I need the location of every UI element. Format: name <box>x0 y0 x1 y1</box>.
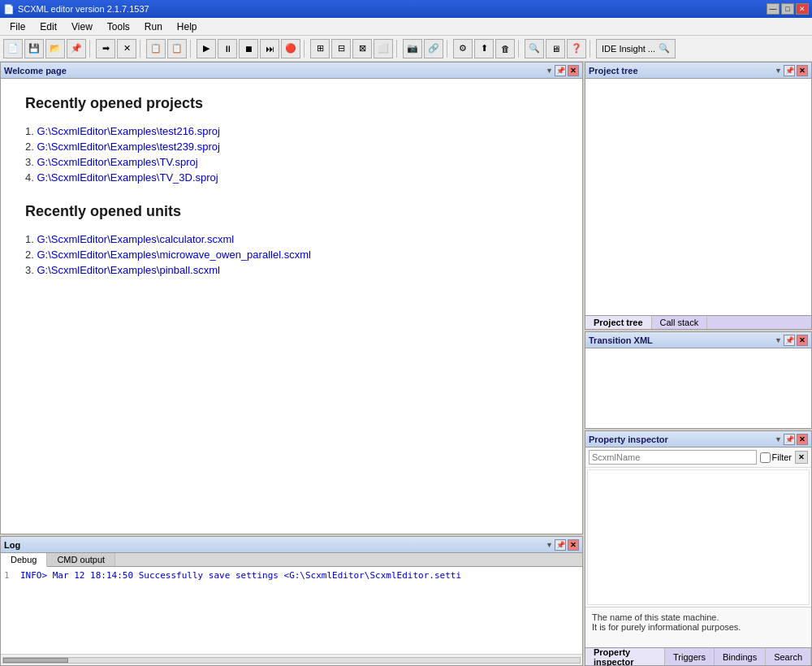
toolbar-zoom[interactable]: 🔍 <box>525 39 544 58</box>
toolbar-stop[interactable]: ⏹ <box>239 39 258 58</box>
property-description-line-1: The name of this state machine. <box>592 612 805 622</box>
welcome-panel-close[interactable]: ✕ <box>568 65 579 76</box>
filter-label: Filter <box>772 452 792 462</box>
project-tree-pin[interactable]: 📌 <box>784 65 795 76</box>
property-inspector-dropdown[interactable]: ▼ <box>775 435 782 443</box>
toolbar-camera[interactable]: 📷 <box>403 39 422 58</box>
list-item: 2. G:\ScxmlEditor\Examples\test239.sproj <box>25 141 558 153</box>
toolbar-display[interactable]: 🖥 <box>546 39 565 58</box>
scrollbar-track[interactable] <box>2 657 581 664</box>
toolbar-new[interactable]: 📄 <box>3 39 23 58</box>
transition-xml-close[interactable]: ✕ <box>797 335 808 346</box>
property-search-input[interactable] <box>589 450 757 465</box>
toolbar-layout4[interactable]: ⬜ <box>374 39 393 58</box>
transition-xml-title: Transition XML <box>589 335 653 345</box>
project-link-4[interactable]: G:\ScxmlEditor\Examples\TV_3D.sproj <box>37 171 218 184</box>
toolbar-settings[interactable]: ⚙ <box>453 39 473 58</box>
toolbar-trash[interactable]: 🗑 <box>495 39 515 58</box>
left-area: Welcome page ▼ 📌 ✕ Recently opened proje… <box>0 62 583 666</box>
project-link-3[interactable]: G:\ScxmlEditor\Examples\TV.sproj <box>37 156 197 168</box>
toolbar-record[interactable]: 🔴 <box>281 39 300 58</box>
welcome-panel-controls: ▼ 📌 ✕ <box>546 65 579 76</box>
toolbar-pause[interactable]: ⏸ <box>218 39 237 58</box>
toolbar-up[interactable]: ⬆ <box>474 39 494 58</box>
log-dropdown-arrow[interactable]: ▼ <box>546 541 553 549</box>
log-panel-pin[interactable]: 📌 <box>555 539 566 551</box>
tab-debug[interactable]: Debug <box>1 553 47 567</box>
menu-edit[interactable]: Edit <box>33 19 63 34</box>
tab-triggers[interactable]: Triggers <box>665 648 715 665</box>
toolbar-pin[interactable]: 📌 <box>67 39 86 58</box>
property-grid <box>587 469 810 605</box>
scrollbar-thumb[interactable] <box>3 658 68 663</box>
toolbar: 📄 💾 📂 📌 ➡ ✕ 📋 📋 ▶ ⏸ ⏹ ⏭ 🔴 ⊞ ⊟ ⊠ ⬜ 📷 🔗 ⚙ … <box>0 36 812 62</box>
menu-file[interactable]: File <box>3 19 32 34</box>
welcome-panel-header: Welcome page ▼ 📌 ✕ <box>1 63 582 79</box>
log-panel-close[interactable]: ✕ <box>568 539 579 551</box>
toolbar-layout1[interactable]: ⊞ <box>310 39 330 58</box>
close-button[interactable]: ✕ <box>796 3 809 15</box>
tab-bindings[interactable]: Bindings <box>715 648 766 665</box>
unit-link-3[interactable]: G:\ScxmlEditor\Examples\pinball.scxml <box>37 264 219 276</box>
maximize-button[interactable]: □ <box>781 3 794 15</box>
list-num: 3. <box>25 264 37 276</box>
property-inspector-header: Property inspector ▼ 📌 ✕ <box>585 431 811 448</box>
list-num: 4. <box>25 171 37 184</box>
filter-clear-button[interactable]: ✕ <box>795 451 808 464</box>
toolbar-copy2[interactable]: 📋 <box>167 39 187 58</box>
ide-insight-icon: 🔍 <box>659 43 670 54</box>
toolbar-link[interactable]: 🔗 <box>424 39 443 58</box>
transition-xml-header: Transition XML ▼ 📌 ✕ <box>585 332 811 348</box>
toolbar-open[interactable]: 📂 <box>45 39 65 58</box>
main-layout: Welcome page ▼ 📌 ✕ Recently opened proje… <box>0 62 812 666</box>
toolbar-layout2[interactable]: ⊟ <box>331 39 351 58</box>
toolbar-sep-1 <box>89 40 93 58</box>
project-tree-title: Project tree <box>589 66 638 76</box>
menu-tools[interactable]: Tools <box>101 19 136 34</box>
toolbar-sep-3 <box>190 40 193 58</box>
recent-projects-list: 1. G:\ScxmlEditor\Examples\test216.sproj… <box>25 125 558 184</box>
tab-cmd-output[interactable]: CMD output <box>47 553 115 566</box>
tab-property-inspector[interactable]: Property inspector <box>585 648 665 665</box>
minimize-button[interactable]: — <box>767 3 780 15</box>
project-tree-close[interactable]: ✕ <box>797 65 808 76</box>
toolbar-ide-insight[interactable]: IDE Insight ... 🔍 <box>596 39 676 58</box>
menu-view[interactable]: View <box>65 19 99 34</box>
toolbar-forward[interactable]: ➡ <box>96 39 115 58</box>
toolbar-help2[interactable]: ❓ <box>567 39 586 58</box>
property-inspector-pin[interactable]: 📌 <box>784 434 795 445</box>
toolbar-sep-2 <box>140 40 143 58</box>
toolbar-delete[interactable]: ✕ <box>117 39 136 58</box>
welcome-panel-pin[interactable]: 📌 <box>555 65 566 76</box>
project-link-1[interactable]: G:\ScxmlEditor\Examples\test216.sproj <box>37 125 219 137</box>
log-scrollbar[interactable] <box>1 654 582 665</box>
toolbar-copy1[interactable]: 📋 <box>146 39 166 58</box>
toolbar-save[interactable]: 💾 <box>24 39 44 58</box>
toolbar-sep-7 <box>518 40 521 58</box>
project-link-2[interactable]: G:\ScxmlEditor\Examples\test239.sproj <box>37 141 219 153</box>
list-item: 4. G:\ScxmlEditor\Examples\TV_3D.sproj <box>25 171 558 184</box>
ide-insight-label: IDE Insight ... <box>602 44 655 54</box>
project-tree-dropdown[interactable]: ▼ <box>775 67 782 75</box>
title-bar: 📄 SCXML editor version 2.1.7.1537 — □ ✕ <box>0 0 812 18</box>
project-tree-controls: ▼ 📌 ✕ <box>775 65 808 76</box>
unit-link-1[interactable]: G:\ScxmlEditor\Examples\calculator.scxml <box>37 233 234 245</box>
tab-call-stack[interactable]: Call stack <box>652 316 708 329</box>
tab-project-tree[interactable]: Project tree <box>585 316 652 329</box>
filter-checkbox[interactable] <box>760 452 771 463</box>
unit-link-2[interactable]: G:\ScxmlEditor\Examples\microwave_owen_p… <box>37 249 310 261</box>
transition-xml-dropdown[interactable]: ▼ <box>775 336 782 344</box>
tab-search[interactable]: Search <box>766 648 811 665</box>
welcome-dropdown-arrow[interactable]: ▼ <box>546 67 553 75</box>
menu-help[interactable]: Help <box>171 19 204 34</box>
title-bar-left: 📄 SCXML editor version 2.1.7.1537 <box>3 4 149 15</box>
toolbar-layout3[interactable]: ⊠ <box>352 39 372 58</box>
toolbar-play[interactable]: ▶ <box>197 39 216 58</box>
property-filter-bar: Filter ✕ <box>585 448 811 468</box>
transition-xml-pin[interactable]: 📌 <box>784 335 795 346</box>
welcome-content: Recently opened projects 1. G:\ScxmlEdit… <box>1 79 582 534</box>
property-inspector-close[interactable]: ✕ <box>797 434 808 445</box>
menu-run[interactable]: Run <box>138 19 169 34</box>
log-line-num: 1 <box>4 570 20 581</box>
toolbar-skipend[interactable]: ⏭ <box>260 39 279 58</box>
